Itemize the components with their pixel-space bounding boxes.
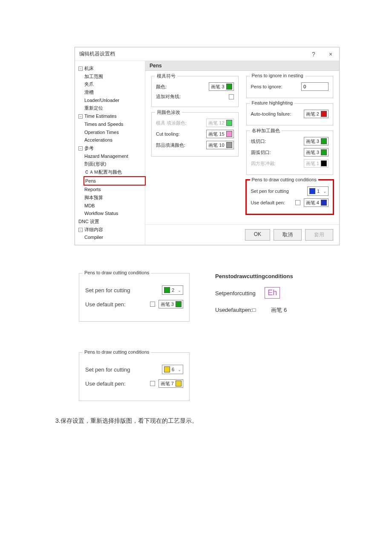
tree-node[interactable]: 剖面(形状): [84, 160, 145, 168]
tree-node[interactable]: 加工范围: [84, 73, 145, 81]
pen-combo-color[interactable]: 画笔 3: [209, 82, 233, 91]
titlebar: 编辑机器设置档 ? ×: [75, 47, 339, 61]
tree-node-dnc[interactable]: DNC 设置: [78, 218, 145, 226]
tree-node[interactable]: 滑槽: [84, 88, 145, 96]
group-tool-symbol: 模具符号 颜色: 画笔 3 追加对角线:: [151, 76, 239, 107]
pen-combo-part[interactable]: 画笔 10: [206, 141, 233, 149]
pen-combo-square: 画笔 1: [304, 159, 329, 168]
ok-button[interactable]: OK: [245, 229, 270, 241]
tree-node-detail[interactable]: −详细内容 Compiler: [78, 226, 145, 241]
tree-node-time[interactable]: −Time Estimates Times and Speeds Operati…: [78, 112, 145, 144]
snippet-c: Pens to draw cutting conditions Set pen …: [79, 352, 190, 406]
tree-node[interactable]: 脚本预算: [84, 194, 145, 202]
set-pen-dropdown[interactable]: 1 ⌄: [307, 186, 329, 196]
tree-node[interactable]: MDB: [84, 202, 145, 210]
tree-node[interactable]: Compiler: [84, 233, 145, 241]
pen-combo-fill: 画笔 12: [206, 119, 233, 127]
chevron-down-icon: ⌄: [176, 286, 183, 294]
chevron-down-icon: ⌄: [176, 365, 183, 374]
snip-c-default-pen[interactable]: 画笔 7: [159, 379, 183, 388]
pen-combo-default[interactable]: 画笔 4: [304, 198, 329, 207]
group-ignore-nesting: Pens to ignore in nesting Pens to ignore…: [246, 76, 334, 98]
cancel-button[interactable]: 取消: [274, 229, 302, 241]
snip-b-eh-box: Eh: [265, 287, 280, 299]
tree-node[interactable]: Workflow Status: [84, 209, 145, 218]
snip-a-default-pen[interactable]: 画笔 3: [159, 300, 183, 308]
dialog-title: 编辑机器设置档: [79, 50, 305, 58]
default-pen-checkbox[interactable]: [295, 200, 300, 205]
apply-button: 套用: [305, 229, 333, 241]
group-feature-highlight: Feature highlighting Auto-tooling failur…: [246, 103, 334, 125]
tree-node[interactable]: Hazard Management: [84, 152, 145, 160]
pen-combo-cut[interactable]: 画笔 15: [206, 130, 233, 138]
minus-icon[interactable]: −: [78, 67, 83, 71]
minus-icon[interactable]: −: [78, 146, 83, 151]
group-color-modify: 用颜色涂改 模具 填涂颜色: 画笔 12 Cut tooling: 画笔 15 …: [151, 112, 239, 157]
nav-tree: −机床 加工范围 夹爪 滑槽 Loader/Unloader 重新定位 −Tim…: [75, 61, 145, 245]
tree-node[interactable]: Reports: [84, 186, 145, 194]
minus-icon[interactable]: −: [78, 228, 83, 232]
minus-icon[interactable]: −: [78, 114, 83, 119]
snip-a-checkbox[interactable]: [150, 302, 155, 307]
group-machining-colors: 各种加工颜色 线切口: 画笔 3 圆弧切口: 画笔 3 四方形冲裁:: [246, 131, 334, 175]
tree-node[interactable]: Accelerations: [84, 136, 145, 144]
snip-c-checkbox[interactable]: [150, 381, 155, 386]
machine-settings-dialog: 编辑机器设置档 ? × −机床 加工范围 夹爪 滑槽 Loader/Unload…: [75, 47, 340, 245]
help-button[interactable]: ?: [305, 47, 322, 61]
tree-node-ref[interactable]: −参考 Hazard Management 剖面(形状) ＣＡＭ配置与颜色 Pe…: [78, 144, 145, 218]
snippet-b: Penstodrawcuttingconditions Setpenforcut…: [215, 273, 326, 327]
diagonal-checkbox[interactable]: [229, 94, 234, 99]
tree-node[interactable]: Operation Times: [84, 128, 145, 137]
tree-node-machine[interactable]: −机床 加工范围 夹爪 滑槽 Loader/Unloader 重新定位: [78, 64, 145, 112]
tree-node[interactable]: Times and Speeds: [84, 120, 145, 128]
tree-node[interactable]: Loader/Unloader: [84, 96, 145, 105]
tree-node-pens[interactable]: Pens: [84, 176, 146, 186]
pen-combo-arc[interactable]: 画笔 3: [304, 148, 329, 157]
pens-ignore-input[interactable]: [301, 82, 329, 91]
step-3-text: 3.保存设置，重新选择排版图，看下现在的工艺显示。: [55, 417, 198, 425]
button-bar: OK 取消 套用: [145, 224, 339, 245]
tree-node[interactable]: ＣＡＭ配置与颜色: [84, 168, 145, 176]
chevron-down-icon: ⌄: [321, 187, 328, 195]
tree-node[interactable]: 重新定位: [84, 104, 145, 112]
pens-panel: Pens 模具符号 颜色: 画笔 3 追加对角线:: [145, 61, 339, 245]
pen-combo-line[interactable]: 画笔 3: [304, 137, 329, 145]
snippet-a: Pens to draw cutting conditions Set pen …: [79, 273, 190, 327]
tree-node[interactable]: 夹爪: [84, 80, 145, 88]
pen-combo-autofail[interactable]: 画笔 2: [304, 110, 329, 118]
snip-a-set-pen[interactable]: 2 ⌄: [162, 285, 183, 295]
group-cutting-conditions: Pens to draw cutting conditions Set pen …: [246, 180, 334, 214]
snip-c-set-pen[interactable]: 6 ⌄: [162, 365, 183, 374]
panel-header: Pens: [145, 61, 339, 71]
close-button[interactable]: ×: [322, 47, 339, 61]
